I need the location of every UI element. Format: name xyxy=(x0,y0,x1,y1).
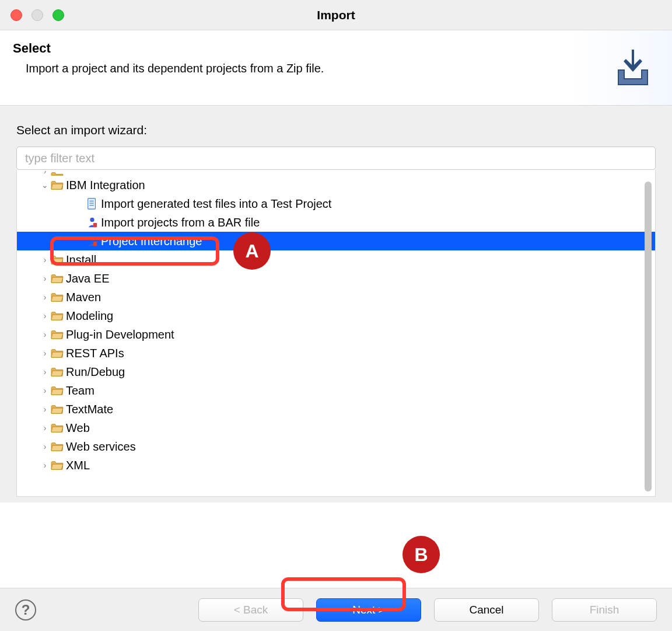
tree-container: ›⌄IBM IntegrationImport generated test f… xyxy=(16,170,656,497)
tree-item-label: Project Interchange xyxy=(101,235,202,248)
tree-item[interactable]: Project Interchange xyxy=(17,232,655,250)
import-icon xyxy=(607,41,659,93)
disclosure-icon[interactable]: › xyxy=(40,311,50,320)
disclosure-icon[interactable]: › xyxy=(40,292,50,302)
tree-item-label: Team xyxy=(66,384,94,398)
close-window-button[interactable] xyxy=(10,9,22,21)
tree-item-label: Plug-in Development xyxy=(66,328,174,341)
tree-item[interactable]: Import generated test files into a Test … xyxy=(17,194,655,213)
titlebar: Import xyxy=(0,0,672,30)
minimize-window-button xyxy=(32,9,43,21)
disclosure-icon[interactable]: › xyxy=(40,255,50,264)
tree-item[interactable]: ›Modeling xyxy=(17,306,655,325)
main-area: Select an import wizard: ›⌄IBM Integrati… xyxy=(0,106,672,503)
help-button[interactable]: ? xyxy=(15,599,36,620)
tree-item-label: Install xyxy=(66,253,96,267)
disclosure-icon[interactable]: › xyxy=(40,367,50,376)
tree-item[interactable]: ›Run/Debug xyxy=(17,362,655,381)
callout-label-b: B xyxy=(402,536,440,573)
wizard-label: Select an import wizard: xyxy=(16,123,656,137)
banner-title: Select xyxy=(13,41,607,56)
disclosure-icon[interactable]: › xyxy=(40,386,50,395)
tree-item[interactable]: ›Web services xyxy=(17,437,655,456)
tree-item[interactable]: ›Plug-in Development xyxy=(17,325,655,344)
traffic-lights xyxy=(10,9,64,21)
tree-item-label: XML xyxy=(66,459,90,472)
tree-item-label: Java EE xyxy=(66,272,109,285)
tree-item[interactable]: ⌄IBM Integration xyxy=(17,176,655,194)
svg-rect-0 xyxy=(88,198,96,209)
tree-item[interactable]: ›Maven xyxy=(17,288,655,306)
dialog-banner: Select Import a project and its dependen… xyxy=(0,30,672,106)
wizard-tree[interactable]: ›⌄IBM IntegrationImport generated test f… xyxy=(17,170,655,496)
back-button: < Back xyxy=(198,598,303,622)
tree-item-label: Modeling xyxy=(66,309,113,323)
disclosure-icon[interactable]: › xyxy=(40,330,50,339)
svg-rect-5 xyxy=(93,223,97,227)
tree-item[interactable]: ›TextMate xyxy=(17,400,655,419)
tree-item-label: Import generated test files into a Test … xyxy=(101,197,331,211)
tree-item[interactable]: ›Install xyxy=(17,250,655,269)
tree-item-label: Maven xyxy=(66,291,101,304)
tree-item[interactable]: Import projects from a BAR file xyxy=(17,213,655,232)
tree-item-label: Run/Debug xyxy=(66,365,125,379)
tree-item[interactable]: ›Java EE xyxy=(17,269,655,288)
disclosure-icon[interactable]: › xyxy=(40,405,50,414)
footer: ? < Back Next > Cancel Finish xyxy=(0,588,672,631)
disclosure-icon[interactable]: ⌄ xyxy=(40,180,50,190)
scrollbar[interactable] xyxy=(645,182,652,491)
tree-item-label: IBM Integration xyxy=(66,179,145,192)
dialog-title: Import xyxy=(0,8,672,22)
svg-rect-7 xyxy=(93,242,97,246)
tree-item-label: TextMate xyxy=(66,403,113,416)
finish-button: Finish xyxy=(552,598,657,622)
tree-item[interactable]: ›REST APIs xyxy=(17,344,655,362)
disclosure-icon[interactable]: › xyxy=(40,442,50,451)
tree-item-label: Web services xyxy=(66,440,136,454)
disclosure-icon[interactable]: › xyxy=(40,274,50,283)
svg-point-4 xyxy=(90,218,94,222)
tree-item[interactable]: ›XML xyxy=(17,456,655,475)
disclosure-icon[interactable]: › xyxy=(40,461,50,470)
cancel-button[interactable]: Cancel xyxy=(434,598,539,622)
maximize-window-button[interactable] xyxy=(52,9,64,21)
next-button[interactable]: Next > xyxy=(316,598,421,622)
banner-description: Import a project and its dependent proje… xyxy=(26,62,607,75)
tree-item[interactable]: ›Team xyxy=(17,381,655,400)
tree-item-label: Web xyxy=(66,421,90,435)
filter-input[interactable] xyxy=(16,147,656,170)
disclosure-icon[interactable]: › xyxy=(40,348,50,358)
svg-point-6 xyxy=(90,236,94,240)
tree-item[interactable]: ›Web xyxy=(17,419,655,437)
tree-item-label: REST APIs xyxy=(66,347,124,360)
disclosure-icon[interactable]: › xyxy=(40,423,50,433)
tree-item-label: Import projects from a BAR file xyxy=(101,216,260,229)
